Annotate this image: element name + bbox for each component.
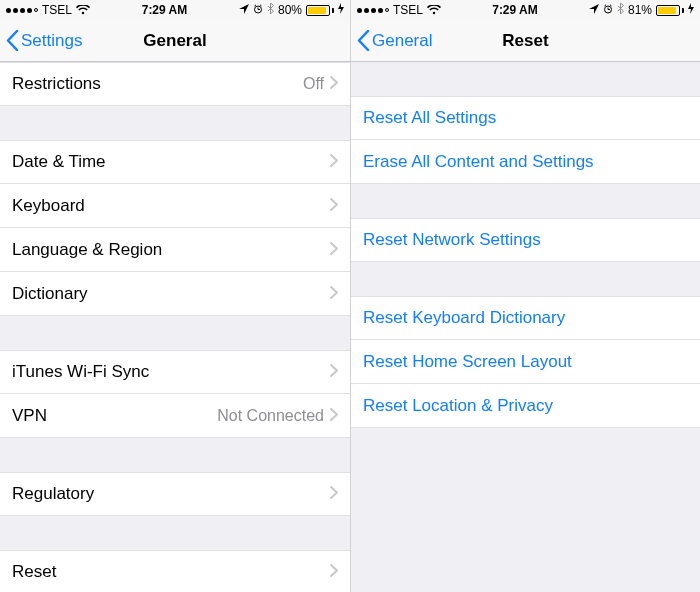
chevron-right-icon — [330, 74, 338, 94]
alarm-icon — [253, 3, 263, 17]
general-settings-pane: TSEL 7:29 AM 80% — [0, 0, 350, 592]
signal-strength-icon — [6, 8, 38, 13]
battery-percent: 81% — [628, 3, 652, 17]
row-value: Off — [303, 75, 324, 93]
row-language-region[interactable]: Language & Region — [0, 228, 350, 272]
back-label: General — [372, 31, 432, 51]
row-itunes-wifi-sync[interactable]: iTunes Wi-Fi Sync — [0, 350, 350, 394]
chevron-right-icon — [330, 362, 338, 382]
row-label: Language & Region — [12, 240, 330, 260]
battery-percent: 80% — [278, 3, 302, 17]
chevron-right-icon — [330, 240, 338, 260]
row-label: Reset Network Settings — [363, 230, 688, 250]
wifi-icon — [76, 5, 90, 15]
back-button[interactable]: General — [357, 30, 432, 51]
row-reset-network-settings[interactable]: Reset Network Settings — [351, 218, 700, 262]
signal-strength-icon — [357, 8, 389, 13]
chevron-left-icon — [6, 30, 19, 51]
row-label: Keyboard — [12, 196, 330, 216]
chevron-right-icon — [330, 284, 338, 304]
row-label: Erase All Content and Settings — [363, 152, 688, 172]
row-dictionary[interactable]: Dictionary — [0, 272, 350, 316]
row-date-time[interactable]: Date & Time — [0, 140, 350, 184]
battery-icon — [306, 5, 334, 16]
back-label: Settings — [21, 31, 82, 51]
back-button[interactable]: Settings — [6, 30, 82, 51]
status-bar: TSEL 7:29 AM 81% — [351, 0, 700, 20]
chevron-right-icon — [330, 196, 338, 216]
row-label: Regulatory — [12, 484, 330, 504]
row-regulatory[interactable]: Regulatory — [0, 472, 350, 516]
status-time: 7:29 AM — [142, 3, 188, 17]
row-value: Not Connected — [217, 407, 324, 425]
row-label: Reset All Settings — [363, 108, 688, 128]
location-icon — [589, 3, 599, 17]
nav-bar: Settings General — [0, 20, 350, 62]
row-label: Dictionary — [12, 284, 330, 304]
row-reset-location-privacy[interactable]: Reset Location & Privacy — [351, 384, 700, 428]
chevron-left-icon — [357, 30, 370, 51]
chevron-right-icon — [330, 152, 338, 172]
row-label: Reset Home Screen Layout — [363, 352, 688, 372]
bluetooth-icon — [267, 3, 274, 17]
charging-icon — [338, 3, 344, 17]
row-reset-keyboard-dictionary[interactable]: Reset Keyboard Dictionary — [351, 296, 700, 340]
carrier-label: TSEL — [393, 3, 423, 17]
row-reset[interactable]: Reset — [0, 550, 350, 592]
wifi-icon — [427, 5, 441, 15]
row-erase-all-content[interactable]: Erase All Content and Settings — [351, 140, 700, 184]
row-vpn[interactable]: VPN Not Connected — [0, 394, 350, 438]
chevron-right-icon — [330, 406, 338, 426]
row-label: Reset — [12, 562, 330, 582]
row-keyboard[interactable]: Keyboard — [0, 184, 350, 228]
row-label: VPN — [12, 406, 217, 426]
nav-bar: General Reset — [351, 20, 700, 62]
row-reset-all-settings[interactable]: Reset All Settings — [351, 96, 700, 140]
bluetooth-icon — [617, 3, 624, 17]
row-label: Restrictions — [12, 74, 303, 94]
location-icon — [239, 3, 249, 17]
row-label: Reset Location & Privacy — [363, 396, 688, 416]
charging-icon — [688, 3, 694, 17]
chevron-right-icon — [330, 484, 338, 504]
row-restrictions[interactable]: Restrictions Off — [0, 62, 350, 106]
row-label: iTunes Wi-Fi Sync — [12, 362, 330, 382]
battery-icon — [656, 5, 684, 16]
row-label: Reset Keyboard Dictionary — [363, 308, 688, 328]
status-bar: TSEL 7:29 AM 80% — [0, 0, 350, 20]
row-reset-home-screen-layout[interactable]: Reset Home Screen Layout — [351, 340, 700, 384]
chevron-right-icon — [330, 562, 338, 582]
alarm-icon — [603, 3, 613, 17]
row-label: Date & Time — [12, 152, 330, 172]
carrier-label: TSEL — [42, 3, 72, 17]
status-time: 7:29 AM — [492, 3, 538, 17]
reset-settings-pane: TSEL 7:29 AM 81% — [350, 0, 700, 592]
